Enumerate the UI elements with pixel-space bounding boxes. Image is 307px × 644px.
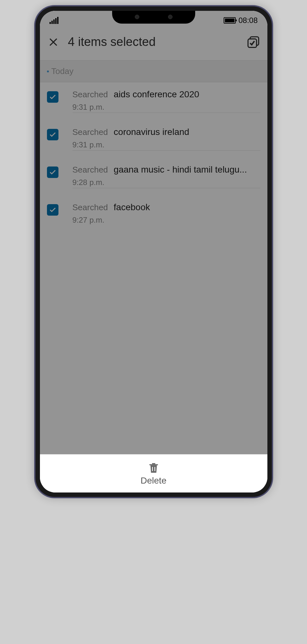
history-item[interactable]: Searched coronavirus ireland 9:31 p.m. [40,120,267,158]
item-query: gaana music - hindi tamil telugu... [114,165,260,175]
item-query: aids conference 2020 [114,89,260,100]
item-query: facebook [114,202,260,212]
checkbox[interactable] [47,204,58,216]
trash-icon [147,462,160,474]
battery-icon [224,17,236,24]
screen: 08:08 4 items selected Today [40,11,267,492]
signal-icon [50,17,58,24]
svg-rect-5 [154,467,155,471]
history-item[interactable]: Searched facebook 9:27 p.m. [40,195,267,233]
history-list: Searched aids conference 2020 9:31 p.m. … [40,82,267,233]
history-item[interactable]: Searched aids conference 2020 9:31 p.m. [40,82,267,120]
history-item[interactable]: Searched gaana music - hindi tamil telug… [40,158,267,195]
item-type: Searched [73,165,108,175]
status-right: 08:08 [224,16,257,25]
bottom-bar: Delete [40,454,267,492]
item-time: 9:31 p.m. [73,140,260,149]
section-label: Today [51,66,73,76]
delete-button[interactable]: Delete [141,462,166,486]
camera-dot [135,15,139,19]
item-time: 9:27 p.m. [73,216,260,225]
notch [112,11,195,24]
phone-frame: 08:08 4 items selected Today [35,6,272,497]
section-header: Today [40,60,267,82]
selection-header: 4 items selected [40,27,267,60]
item-time: 9:28 p.m. [73,178,260,187]
select-all-icon[interactable] [247,36,260,48]
item-query: coronavirus ireland [114,127,260,137]
close-icon[interactable] [48,36,59,48]
checkbox[interactable] [47,167,58,178]
checkbox[interactable] [47,129,58,140]
checkbox[interactable] [47,91,58,103]
item-type: Searched [73,90,108,100]
section-dot [47,70,49,72]
delete-label: Delete [141,476,166,486]
svg-rect-4 [152,467,153,471]
item-type: Searched [73,203,108,212]
item-time: 9:31 p.m. [73,103,260,112]
sensor-dot [168,15,173,19]
item-type: Searched [73,127,108,137]
status-time: 08:08 [238,16,257,25]
header-title: 4 items selected [68,35,247,49]
